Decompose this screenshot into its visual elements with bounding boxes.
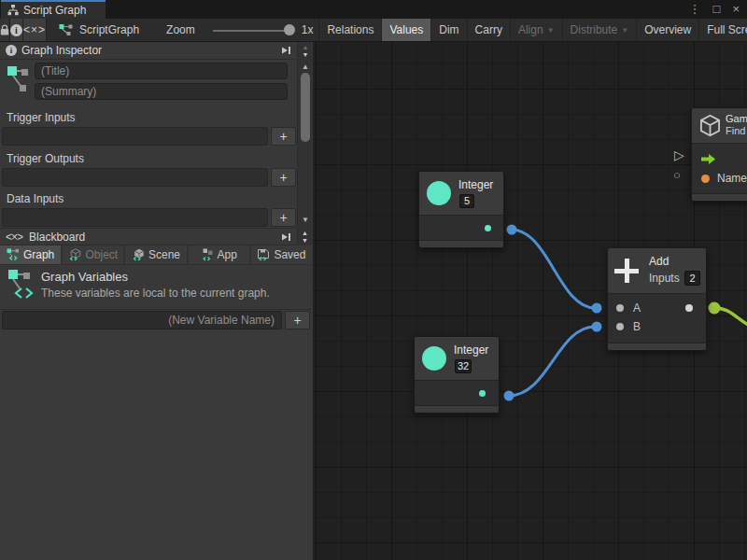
value-port-outline-icon[interactable]: ○	[673, 168, 681, 182]
overview-label: Overview	[644, 23, 691, 36]
embed-graph-button[interactable]: <×>	[23, 19, 47, 41]
name-port-label: Name	[717, 172, 747, 185]
graph-hierarchy-icon	[7, 5, 19, 16]
relations-label: Relations	[327, 23, 374, 36]
scrollbar-thumb[interactable]	[301, 73, 310, 142]
trigger-inputs-row: +	[2, 127, 296, 146]
graph-summary-input[interactable]	[35, 83, 288, 100]
full-screen-label: Full Screen	[707, 23, 747, 36]
add-node[interactable]: Add Inputs 2 A B	[607, 247, 707, 351]
blackboard-empty-area	[0, 330, 312, 560]
scroll-down-icon[interactable]: ▼	[303, 51, 309, 59]
tab-saved[interactable]: Saved	[251, 245, 312, 265]
trigger-inputs-label: Trigger Inputs	[7, 111, 76, 124]
values-label: Values	[389, 23, 423, 36]
window-controls: ⋮ □ ×	[689, 0, 740, 19]
zoom-slider-track	[213, 30, 289, 32]
integer-value-field[interactable]: 5	[459, 194, 474, 208]
graph-inspector-header: i Graph Inspector	[0, 42, 297, 60]
zoom-slider-handle[interactable]	[284, 24, 295, 35]
distribute-label: Distribute	[571, 23, 618, 36]
inputs-label: Inputs	[649, 272, 680, 285]
window-menu-icon[interactable]: ⋮	[689, 0, 701, 19]
dim-button[interactable]: Dim	[431, 19, 467, 41]
zoom-slider[interactable]	[213, 19, 295, 42]
relations-button[interactable]: Relations	[319, 19, 382, 41]
node-body	[415, 380, 499, 405]
input-port-a[interactable]	[616, 304, 624, 312]
tab-object-label: Object	[85, 248, 118, 261]
scroll-up-icon[interactable]: ▲	[298, 63, 313, 71]
inputs-count-field[interactable]: 2	[684, 271, 700, 286]
lock-button[interactable]	[0, 19, 10, 41]
dock-icon[interactable]	[280, 46, 291, 55]
zoom-level: 1x	[302, 23, 314, 36]
trigger-inputs-list	[2, 127, 268, 146]
graph-inspector-title: Graph Inspector	[21, 44, 275, 57]
tab-scene[interactable]: Scene	[125, 245, 186, 265]
input-port-b[interactable]	[616, 323, 624, 330]
app-tab-icon	[201, 248, 214, 261]
distribute-button[interactable]: Distribute ▼	[563, 19, 638, 41]
node-body: A B	[608, 293, 706, 343]
name-input-port[interactable]	[701, 175, 710, 183]
add-data-input-button[interactable]: +	[271, 208, 296, 227]
node-title-group: GameObject Find	[726, 113, 747, 137]
inspector-toggle-button[interactable]: i	[10, 19, 23, 41]
gameobject-find-node[interactable]: GameObject Find Name	[691, 107, 747, 202]
node-header: GameObject Find	[692, 108, 747, 143]
gameobject-cube-icon	[698, 113, 723, 138]
scene-tab-icon	[132, 248, 145, 261]
data-inputs-list	[2, 208, 268, 227]
inspector-scrollbar[interactable]: ▲ ▼ ▲ ▼	[297, 42, 312, 228]
scroll-up-icon[interactable]: ▲	[303, 44, 309, 51]
output-port[interactable]	[485, 225, 491, 231]
scroll-down-icon[interactable]: ▼	[298, 216, 313, 224]
graph-title-input[interactable]	[35, 63, 288, 79]
overview-button[interactable]: Overview	[637, 19, 699, 41]
add-variable-button[interactable]: +	[285, 311, 310, 329]
integer-value-field[interactable]: 32	[455, 359, 472, 373]
add-trigger-input-button[interactable]: +	[271, 127, 296, 146]
output-port[interactable]	[479, 390, 486, 397]
scroll-pager[interactable]: ▲ ▼	[298, 44, 313, 59]
scroll-up-icon[interactable]: ▲	[302, 230, 308, 237]
node-header: Integer 32	[415, 337, 499, 380]
object-tab-icon	[68, 248, 81, 261]
tab-title: Script Graph	[23, 4, 86, 17]
integer-node-32[interactable]: Integer 32	[414, 336, 500, 413]
output-port[interactable]	[685, 304, 693, 312]
tab-scene-label: Scene	[148, 248, 180, 261]
full-screen-button[interactable]: Full Screen	[699, 19, 747, 41]
tab-object[interactable]: Object	[63, 245, 123, 265]
graph-variables-icon	[8, 270, 35, 301]
graph-tab-icon	[7, 248, 20, 261]
integer-type-icon	[422, 346, 446, 371]
add-trigger-output-button[interactable]: +	[271, 168, 296, 187]
tab-app-label: App	[218, 248, 237, 261]
dock-icon[interactable]	[280, 232, 291, 242]
close-icon[interactable]: ×	[732, 0, 740, 19]
new-variable-input[interactable]	[2, 311, 282, 329]
integer-node-5[interactable]: Integer 5	[418, 171, 504, 248]
values-button[interactable]: Values	[382, 19, 431, 41]
scroll-down-icon[interactable]: ▼	[302, 237, 308, 245]
align-button[interactable]: Align ▼	[511, 19, 563, 41]
maximize-icon[interactable]: □	[713, 0, 721, 19]
node-title: Add	[649, 255, 669, 268]
info-icon: i	[10, 24, 22, 36]
align-label: Align	[518, 23, 543, 36]
control-port-outline-icon[interactable]: ▷	[674, 147, 684, 162]
blackboard-scroll-pager[interactable]: ▲ ▼	[297, 228, 312, 245]
chevron-down-icon: ▼	[547, 26, 555, 35]
graph-toolbar: i <×> ScriptGraph Zoom 1x Relations Valu…	[0, 19, 747, 42]
tab-script-graph[interactable]: Script Graph	[1, 0, 106, 19]
graph-name-label[interactable]: ScriptGraph	[79, 23, 139, 36]
tab-graph[interactable]: Graph	[0, 245, 61, 265]
carry-button[interactable]: Carry	[468, 19, 511, 41]
tab-app[interactable]: App	[189, 245, 249, 265]
port-a-label: A	[633, 301, 641, 315]
tab-graph-label: Graph	[23, 248, 54, 261]
control-input-port-icon[interactable]	[700, 153, 716, 165]
carry-label: Carry	[475, 23, 502, 36]
